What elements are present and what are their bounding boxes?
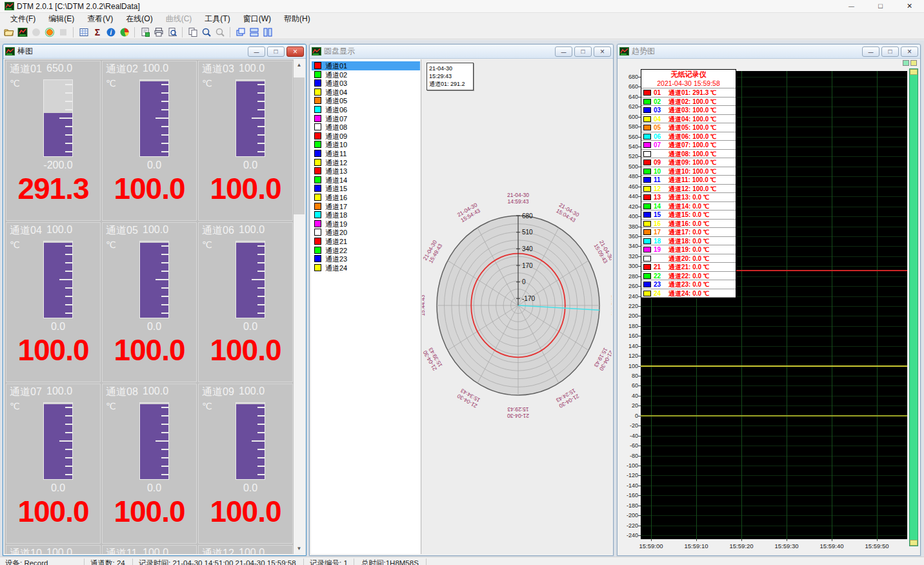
info-icon[interactable]: i: [105, 26, 117, 38]
bar-tick: [161, 466, 168, 467]
toolbar-separator: [73, 27, 74, 37]
cascade-windows-icon[interactable]: [234, 26, 246, 38]
scroll-down-icon[interactable]: ▼: [294, 543, 305, 554]
trend-chart-window[interactable]: 趋势图 无纸记录仪 2021-04-30 15:59:58 01通道01: 29…: [617, 44, 921, 556]
v-gridline: [877, 71, 878, 539]
bar-window-title-bar[interactable]: 棒图: [3, 45, 306, 59]
status-segment: 记录时间: 21-04-30 14:51:00 21-04-30 15:59:5…: [139, 559, 296, 565]
realtime-data-icon[interactable]: [16, 26, 28, 38]
channel-list-item[interactable]: 通道19: [312, 220, 420, 229]
channel-label: 通道18: [325, 211, 347, 220]
channel-list-item[interactable]: 通道04: [312, 88, 420, 97]
menu-item-tools[interactable]: 工具(T): [198, 13, 236, 25]
channel-list-item[interactable]: 通道08: [312, 123, 420, 132]
channel-list-item[interactable]: 通道02: [312, 70, 420, 79]
channel-list-item[interactable]: 通道11: [312, 149, 420, 158]
channel-color-swatch: [314, 167, 321, 174]
svg-text:170: 170: [522, 262, 533, 269]
channel-list-item[interactable]: 通道17: [312, 202, 420, 211]
channel-list-item[interactable]: 通道22: [312, 246, 420, 255]
svg-text:i: i: [110, 29, 112, 36]
channel-list-item[interactable]: 通道12: [312, 158, 420, 167]
unit-label: ℃: [202, 78, 212, 88]
y-axis-label: -140: [620, 482, 638, 489]
scroll-up-icon[interactable]: ▲: [294, 59, 305, 70]
status-separator: [426, 559, 427, 565]
trend-scrollbar[interactable]: [909, 68, 918, 546]
menu-item-help[interactable]: 帮助(H): [277, 13, 317, 25]
channel-list-item[interactable]: 通道15: [312, 184, 420, 193]
h-gridline: [641, 356, 907, 356]
disk-minimize-button[interactable]: [555, 46, 572, 57]
h-gridline: [641, 456, 907, 457]
print-icon[interactable]: [152, 26, 165, 38]
y-axis-tick: [638, 495, 641, 496]
disk-window-title-bar[interactable]: 圆盘显示: [310, 45, 613, 59]
menu-item-online[interactable]: 在线(O): [119, 13, 159, 25]
legend-color-swatch: [643, 107, 651, 113]
channel-list-item[interactable]: 通道06: [312, 105, 420, 114]
trend-minimize-button[interactable]: [862, 46, 879, 57]
disk-maximize-button[interactable]: [574, 46, 592, 57]
menu-item-edit[interactable]: 编辑(E): [42, 13, 81, 25]
menu-item-view[interactable]: 查看(V): [81, 13, 119, 25]
statistics-icon[interactable]: Σ: [91, 26, 103, 38]
bar-minimize-button[interactable]: [248, 46, 265, 57]
channel-list-item[interactable]: 通道13: [312, 167, 420, 176]
trend-window-title-bar[interactable]: 趋势图: [618, 45, 920, 59]
channel-list-item[interactable]: 通道24: [312, 263, 420, 272]
y-axis-label: 300: [620, 263, 638, 269]
pie-chart-icon[interactable]: [118, 26, 130, 38]
channel-color-swatch: [314, 203, 321, 210]
export-icon[interactable]: [139, 26, 151, 38]
channel-list-item[interactable]: 通道07: [312, 114, 420, 123]
print-preview-icon[interactable]: [166, 26, 178, 38]
disk-close-button[interactable]: [594, 46, 611, 57]
scroll-corner-icon[interactable]: [903, 60, 909, 66]
trend-maximize-button[interactable]: [881, 46, 899, 57]
app-title-bar[interactable]: DTM 2.0.1 [C:\DTM 2.0.2\RealData]: [0, 0, 924, 13]
disk-display-window[interactable]: 圆盘显示 通道01通道02通道03通道04通道05通道06通道07通道08通道0…: [309, 44, 614, 556]
scrollbar-thumb[interactable]: [294, 77, 305, 214]
minimize-button[interactable]: [837, 0, 866, 12]
bar-maximize-button[interactable]: [267, 46, 285, 57]
bar-gauge: [43, 79, 73, 157]
channel-list-item[interactable]: 通道05: [312, 96, 420, 105]
channel-list-item[interactable]: 通道18: [312, 211, 420, 220]
bar-cell: 通道05100.0℃0.0100.0: [102, 222, 197, 382]
scrollbar-bottom-handle[interactable]: [910, 540, 918, 546]
zoom-in-icon[interactable]: [200, 26, 212, 38]
bar-scrollbar[interactable]: ▲▼: [294, 59, 305, 554]
menu-item-curve[interactable]: 曲线(C): [159, 13, 199, 25]
close-button[interactable]: [895, 0, 924, 12]
y-axis-tick: [638, 346, 641, 347]
channel-list-item[interactable]: 通道14: [312, 176, 420, 185]
record-icon[interactable]: [43, 26, 55, 38]
copy-icon[interactable]: [186, 26, 199, 38]
channel-list-item[interactable]: 通道20: [312, 228, 420, 237]
channel-list-item[interactable]: 通道03: [312, 79, 420, 88]
trend-close-button[interactable]: [901, 46, 918, 57]
range-max-label: 100.0: [143, 385, 168, 399]
menu-item-file[interactable]: 文件(F): [4, 13, 42, 25]
scroll-corner2-icon[interactable]: [910, 60, 917, 66]
tile-vertical-icon[interactable]: [261, 26, 274, 38]
channel-list-item[interactable]: 通道01: [312, 61, 420, 70]
data-table-icon[interactable]: [77, 26, 90, 38]
channel-list-item[interactable]: 通道23: [312, 254, 420, 263]
maximize-button[interactable]: [866, 0, 895, 12]
scrollbar-top-handle[interactable]: [910, 69, 918, 75]
status-segment: 设备: Record: [5, 559, 48, 565]
bar-close-button[interactable]: [286, 46, 304, 57]
y-axis-label: 360: [620, 233, 638, 240]
channel-list-item[interactable]: 通道16: [312, 193, 420, 202]
disk-window-title: 圆盘显示: [324, 46, 355, 57]
channel-list-item[interactable]: 通道21: [312, 237, 420, 246]
channel-list-item[interactable]: 通道10: [312, 140, 420, 149]
bar-chart-window[interactable]: 棒图 通道01650.0℃-200.0291.3通道02100.0℃0.0100…: [3, 44, 306, 556]
menu-item-window[interactable]: 窗口(W): [237, 13, 277, 25]
channel-list-item[interactable]: 通道09: [312, 132, 420, 141]
tile-horizontal-icon[interactable]: [248, 26, 260, 38]
open-file-icon[interactable]: [3, 26, 15, 38]
bar-tick: [65, 415, 72, 416]
